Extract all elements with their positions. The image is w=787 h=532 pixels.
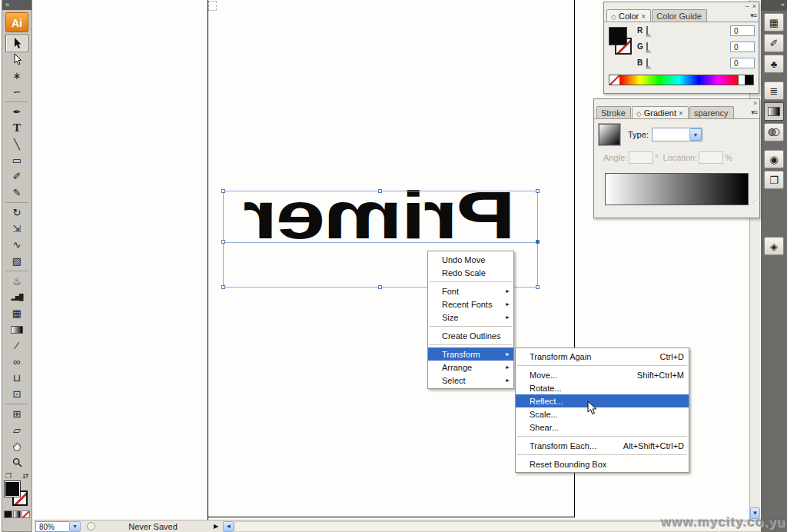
resize-grip-icon[interactable]: ⋰ — [752, 198, 758, 204]
selection-handle[interactable] — [221, 240, 225, 244]
eyedropper-tool[interactable]: ∕ — [6, 337, 28, 354]
color-mode-button[interactable] — [4, 510, 12, 518]
none-swatch[interactable] — [609, 75, 620, 85]
selection-handle[interactable] — [536, 189, 540, 193]
menu-item-rotate[interactable]: Rotate... — [516, 381, 689, 394]
selection-handle[interactable] — [221, 189, 225, 193]
blue-value-field[interactable]: 0 — [730, 58, 755, 68]
zoom-tool[interactable] — [6, 454, 28, 470]
swatches-panel-button[interactable]: ▦ — [764, 13, 784, 32]
brushes-panel-button[interactable]: ✐ — [764, 34, 784, 52]
panel-menu-icon[interactable]: ▾≡ — [750, 12, 756, 19]
selection-tool[interactable] — [6, 35, 28, 52]
close-icon[interactable]: × — [752, 3, 756, 9]
eraser-tool[interactable]: ▱ — [6, 422, 28, 438]
graph-tool[interactable]: ▂▅█ — [6, 289, 28, 305]
black-swatch[interactable] — [745, 75, 753, 85]
blend-tool[interactable]: ∞ — [6, 354, 28, 370]
spectrum-ramp[interactable] — [620, 75, 738, 85]
direct-selection-tool[interactable] — [6, 52, 28, 68]
line-tool[interactable]: ╲ — [6, 136, 28, 152]
tab-color[interactable]: ◇ Color × — [606, 9, 651, 22]
rotate-tool[interactable]: ↻ — [6, 204, 28, 221]
selection-handle[interactable] — [221, 285, 225, 289]
default-fill-stroke-icon[interactable]: ❐ — [5, 472, 12, 480]
graphic-styles-panel-button[interactable]: ❐ — [764, 171, 784, 189]
menu-item-create-outlines[interactable]: Create Outlines — [428, 329, 513, 342]
menu-item-scale[interactable]: Scale... — [516, 407, 689, 421]
fill-proxy-swatch[interactable] — [609, 27, 627, 45]
warp-tool[interactable]: ∿ — [6, 237, 28, 253]
lasso-tool[interactable]: ∽ — [6, 84, 28, 100]
selection-handle[interactable] — [378, 189, 382, 193]
symbols-panel-button[interactable]: ♣ — [764, 55, 784, 73]
menu-item-font[interactable]: Font► — [428, 284, 513, 298]
menu-item-transform-again[interactable]: Transform AgainCtrl+D — [516, 350, 689, 363]
green-value-field[interactable]: 0 — [730, 42, 755, 52]
menu-item-arrange[interactable]: Arrange► — [428, 361, 513, 374]
tab-close-icon[interactable]: × — [679, 109, 683, 118]
menu-item-move[interactable]: Move...Shift+Ctrl+M — [516, 368, 689, 381]
green-slider-thumb[interactable] — [646, 49, 652, 53]
gradient-thumbnail[interactable] — [599, 124, 620, 145]
zoom-level-control[interactable]: 80% ▼ — [35, 521, 81, 532]
menu-item-shear[interactable]: Shear... — [516, 421, 689, 434]
menu-item-reset-bounding-box[interactable]: Reset Bounding Box — [516, 457, 689, 470]
live-paint-bucket-tool[interactable]: ⊔ — [6, 370, 28, 386]
minimize-icon[interactable]: – — [745, 3, 749, 9]
zoom-dropdown-button[interactable]: ▼ — [69, 521, 81, 532]
rectangle-tool[interactable]: ▭ — [6, 152, 28, 168]
color-spectrum[interactable] — [609, 75, 754, 85]
free-transform-tool[interactable]: ▧ — [6, 253, 28, 269]
live-paint-selection-tool[interactable]: ⊡ — [6, 386, 28, 402]
gradient-mode-button[interactable] — [13, 510, 22, 518]
menu-item-transform[interactable]: Transform► — [428, 347, 513, 361]
crop-area-tool[interactable]: ⊞ — [6, 406, 28, 422]
blue-slider-thumb[interactable] — [646, 65, 652, 69]
menu-item-undo-move[interactable]: Undo Move — [428, 253, 513, 266]
pen-tool[interactable]: ✒ — [6, 104, 28, 120]
hand-tool[interactable] — [6, 438, 28, 454]
location-field[interactable] — [699, 151, 723, 164]
white-swatch[interactable] — [738, 75, 745, 85]
angle-field[interactable] — [629, 151, 653, 164]
magic-wand-tool[interactable]: ∗ — [6, 68, 28, 84]
gradient-preview-bar[interactable] — [605, 173, 749, 205]
tab-stroke[interactable]: Stroke — [596, 106, 631, 118]
swap-fill-stroke-icon[interactable]: ⇄ — [22, 472, 28, 480]
transparency-panel-button[interactable] — [764, 123, 784, 141]
gradient-tool[interactable] — [6, 321, 28, 337]
gradient-type-select[interactable]: ▼ — [652, 128, 702, 141]
selection-handle[interactable] — [536, 240, 540, 244]
menu-item-transform-each[interactable]: Transform Each...Alt+Shift+Ctrl+D — [516, 439, 689, 452]
menu-item-select[interactable]: Select► — [428, 374, 513, 387]
tab-close-icon[interactable]: × — [641, 12, 646, 21]
panel-collapse-icon[interactable]: » — [753, 100, 757, 106]
menu-item-size[interactable]: Size► — [428, 311, 513, 324]
tab-color-guide[interactable]: Color Guide — [652, 9, 707, 22]
layers-panel-button[interactable]: ◈ — [764, 237, 784, 255]
zoom-level-value[interactable]: 80% — [35, 521, 69, 532]
fill-swatch[interactable] — [5, 481, 20, 497]
tab-gradient[interactable]: ◇ Gradient × — [632, 106, 689, 118]
dock-collapse-button[interactable]: « — [761, 0, 787, 11]
selection-handle[interactable] — [536, 285, 540, 289]
pencil-tool[interactable]: ✎ — [6, 185, 28, 201]
mesh-tool[interactable]: ▦ — [6, 305, 28, 321]
type-tool[interactable]: T — [6, 120, 28, 136]
symbol-sprayer-tool[interactable]: ♨ — [6, 273, 28, 289]
appearance-panel-button[interactable]: ◉ — [764, 150, 784, 168]
dropdown-arrow-icon[interactable]: ▼ — [689, 128, 702, 141]
red-slider-thumb[interactable] — [646, 33, 652, 37]
toolbox-collapse-button[interactable]: » — [2, 0, 32, 10]
selection-handle[interactable] — [378, 285, 382, 289]
tab-transparency[interactable]: sparency — [689, 106, 734, 118]
gradient-panel-button[interactable] — [764, 102, 784, 121]
menu-item-reflect[interactable]: Reflect... — [516, 394, 689, 407]
stroke-panel-button[interactable]: ≣ — [764, 81, 784, 100]
panel-menu-icon[interactable]: ▾≡ — [751, 108, 757, 116]
menu-item-recent-fonts[interactable]: Recent Fonts► — [428, 298, 513, 311]
paintbrush-tool[interactable]: ✐ — [6, 168, 28, 185]
status-flyout-arrow-icon[interactable]: ▶ — [214, 523, 218, 530]
menu-item-redo-scale[interactable]: Redo Scale — [428, 266, 513, 279]
